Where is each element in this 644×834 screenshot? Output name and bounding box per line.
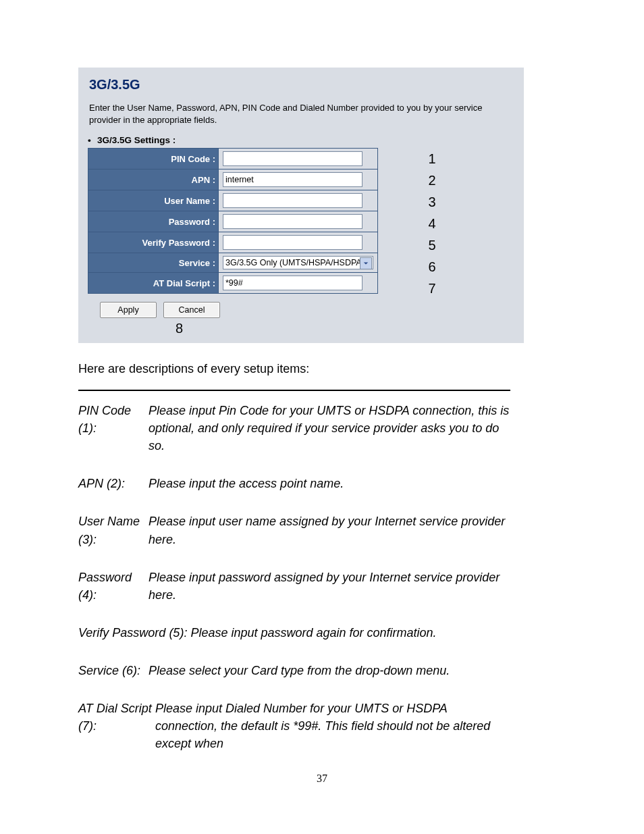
desc-term: AT Dial Script (7): <box>78 700 155 752</box>
service-label: Service : <box>88 253 219 273</box>
at-dial-label: AT Dial Script : <box>88 273 219 294</box>
index-2: 2 <box>385 170 479 191</box>
desc-service: Service (6): Please select your Card typ… <box>78 662 510 679</box>
settings-area: PIN Code : APN : User Name : Password : … <box>88 148 486 294</box>
settings-panel: 3G/3.5G Enter the User Name, Password, A… <box>78 68 524 343</box>
pin-code-label: PIN Code : <box>88 149 219 170</box>
desc-term: User Name (3): <box>78 513 149 548</box>
apply-button[interactable]: Apply <box>100 302 157 318</box>
password-input[interactable] <box>223 214 363 229</box>
username-input[interactable] <box>223 193 363 208</box>
desc-apn: APN (2): Please input the access point n… <box>78 475 510 492</box>
service-select-value: 3G/3.5G Only (UMTS/HSPA/HSDPA) <box>225 258 365 267</box>
index-8: 8 <box>176 321 514 336</box>
settings-table: PIN Code : APN : User Name : Password : … <box>88 148 378 294</box>
settings-subheading: 3G/3.5G Settings : <box>97 135 514 145</box>
username-label: User Name : <box>88 190 219 211</box>
chevron-down-icon <box>360 257 372 269</box>
apn-input[interactable] <box>223 172 363 187</box>
desc-def: Please input password again for confirma… <box>190 626 436 640</box>
desc-term: PIN Code (1): <box>78 402 149 454</box>
desc-username: User Name (3): Please input user name as… <box>78 513 510 548</box>
desc-term: Password (4): <box>78 569 149 604</box>
body-lead: Here are descriptions of every setup ite… <box>78 362 510 376</box>
desc-term: Service (6): <box>78 662 149 679</box>
desc-pin: PIN Code (1): Please input Pin Code for … <box>78 402 510 454</box>
page-number: 37 <box>0 773 644 785</box>
verify-password-input[interactable] <box>223 235 363 250</box>
index-column: 1 2 3 4 5 6 7 <box>385 148 479 299</box>
desc-verify-password: Verify Password (5): Please input passwo… <box>78 624 510 642</box>
panel-heading: 3G/3.5G <box>89 77 514 93</box>
desc-term: APN (2): <box>78 475 149 492</box>
desc-password: Password (4): Please input password assi… <box>78 569 510 604</box>
button-row: Apply Cancel <box>100 302 514 318</box>
verify-password-label: Verify Password : <box>88 232 219 253</box>
service-select[interactable]: 3G/3.5G Only (UMTS/HSPA/HSDPA) <box>223 256 373 269</box>
cancel-button[interactable]: Cancel <box>163 302 220 318</box>
desc-def: Please input password assigned by your I… <box>149 569 510 604</box>
desc-term: Verify Password (5): <box>78 626 190 640</box>
panel-intro: Enter the User Name, Password, APN, PIN … <box>89 102 514 126</box>
desc-def: Please input user name assigned by your … <box>149 513 510 548</box>
pin-code-input[interactable] <box>223 151 363 166</box>
apn-label: APN : <box>88 170 219 190</box>
desc-at-dial: AT Dial Script (7): Please input Dialed … <box>78 700 510 752</box>
index-4: 4 <box>385 213 479 234</box>
desc-def: Please select your Card type from the dr… <box>149 662 510 679</box>
password-label: Password : <box>88 211 219 232</box>
index-1: 1 <box>385 148 479 170</box>
desc-def: Please input Pin Code for your UMTS or H… <box>149 402 510 454</box>
desc-def: Please input Dialed Number for your UMTS… <box>155 700 510 752</box>
desc-def: Please input the access point name. <box>149 475 510 492</box>
index-5: 5 <box>385 234 479 256</box>
divider <box>78 390 510 391</box>
index-3: 3 <box>385 191 479 213</box>
at-dial-input[interactable] <box>223 276 363 290</box>
body-text: Here are descriptions of every setup ite… <box>78 362 510 752</box>
index-6: 6 <box>385 256 479 278</box>
index-7: 7 <box>385 278 479 299</box>
